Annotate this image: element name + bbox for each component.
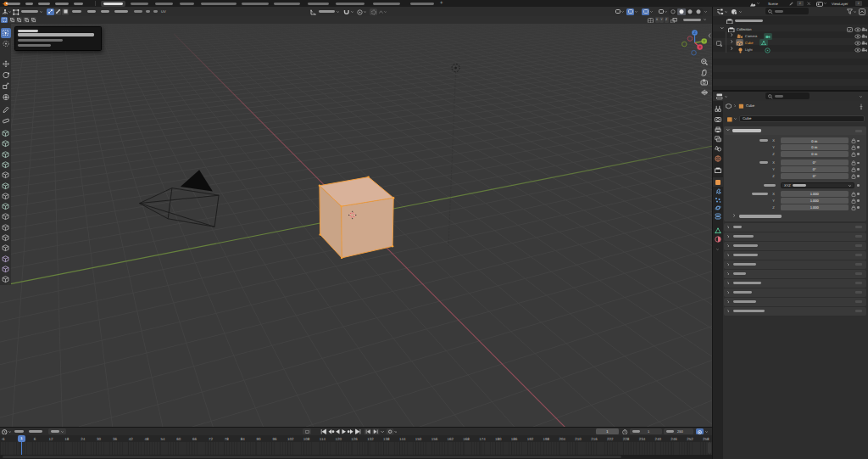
svg-text:168: 168 [463, 437, 470, 441]
svg-text:144: 144 [399, 437, 406, 441]
svg-text:210: 210 [575, 437, 581, 441]
svg-text:12: 12 [48, 437, 53, 441]
svg-text:204: 204 [559, 437, 565, 441]
svg-text:252: 252 [687, 437, 693, 441]
svg-text:Z: Z [693, 31, 696, 35]
svg-text:84: 84 [241, 437, 246, 441]
svg-text:78: 78 [225, 437, 230, 441]
svg-text:Y: Y [703, 39, 705, 43]
svg-text:150: 150 [415, 437, 422, 441]
svg-text:X: X [698, 45, 701, 49]
svg-text:90: 90 [256, 437, 261, 441]
svg-text:24: 24 [81, 437, 86, 441]
svg-text:138: 138 [383, 437, 390, 441]
svg-text:102: 102 [287, 437, 294, 441]
svg-text:222: 222 [607, 437, 614, 441]
svg-text:174: 174 [479, 437, 486, 441]
svg-text:192: 192 [527, 437, 534, 441]
svg-text:6: 6 [34, 437, 36, 441]
svg-text:240: 240 [655, 437, 662, 441]
svg-text:48: 48 [145, 437, 150, 441]
svg-text:132: 132 [367, 437, 374, 441]
svg-text:36: 36 [113, 437, 118, 441]
svg-text:126: 126 [351, 437, 358, 441]
svg-text:258: 258 [703, 437, 709, 441]
svg-text:18: 18 [64, 437, 70, 441]
svg-text:54: 54 [160, 437, 165, 441]
svg-text:228: 228 [623, 437, 630, 441]
svg-text:120: 120 [336, 437, 342, 441]
svg-text:186: 186 [511, 437, 518, 441]
svg-text:96: 96 [272, 437, 277, 441]
svg-text:198: 198 [543, 437, 550, 441]
svg-text:-6: -6 [1, 437, 4, 441]
svg-text:114: 114 [320, 437, 326, 441]
svg-text:156: 156 [431, 437, 438, 441]
svg-text:216: 216 [591, 437, 598, 441]
svg-text:66: 66 [192, 437, 198, 441]
svg-text:108: 108 [303, 437, 310, 441]
svg-text:234: 234 [639, 437, 646, 441]
svg-text:30: 30 [97, 437, 102, 441]
svg-text:162: 162 [447, 437, 453, 441]
svg-text:60: 60 [176, 437, 181, 441]
svg-text:72: 72 [209, 437, 214, 441]
svg-text:180: 180 [495, 437, 502, 441]
svg-text:42: 42 [129, 437, 134, 441]
svg-text:246: 246 [670, 437, 677, 441]
